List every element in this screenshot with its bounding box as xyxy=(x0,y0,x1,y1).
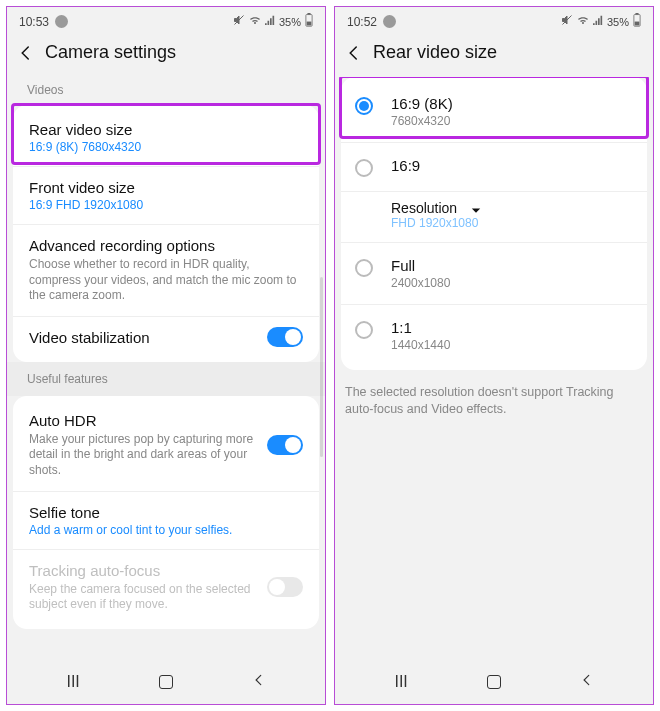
status-icons: 35% xyxy=(561,13,641,30)
nav-back-icon[interactable] xyxy=(252,673,266,691)
mute-icon xyxy=(233,14,245,29)
radio-icon[interactable] xyxy=(355,321,373,339)
row-title: Advanced recording options xyxy=(29,237,303,254)
option-1-1[interactable]: 1:1 1440x1440 xyxy=(341,305,647,366)
radio-icon[interactable] xyxy=(355,159,373,177)
status-battery-pct: 35% xyxy=(607,16,629,28)
svg-rect-2 xyxy=(307,22,312,26)
row-rear-video-size[interactable]: Rear video size 16:9 (8K) 7680x4320 xyxy=(13,109,319,167)
phone-right: 10:52 35% Rear video size xyxy=(334,6,654,705)
battery-icon xyxy=(633,13,641,30)
wifi-icon xyxy=(249,14,261,29)
wifi-icon xyxy=(577,14,589,29)
status-battery-pct: 35% xyxy=(279,16,301,28)
option-sub: 7680x4320 xyxy=(391,114,631,128)
option-16-9-8k[interactable]: 16:9 (8K) 7680x4320 xyxy=(341,81,647,143)
toggle-hdr[interactable] xyxy=(267,435,303,455)
status-dot-icon xyxy=(55,15,68,28)
row-title: Tracking auto-focus xyxy=(29,562,303,579)
toggle-tracking xyxy=(267,577,303,597)
section-useful: Useful features xyxy=(7,362,325,396)
row-desc: Keep the camera focused on the selected … xyxy=(29,582,303,613)
note-text: The selected resolution doesn't support … xyxy=(341,370,647,418)
nav-bar: III xyxy=(7,660,325,704)
status-dot-icon xyxy=(383,15,396,28)
card-options: 16:9 (8K) 7680x4320 16:9 Resolution xyxy=(341,77,647,370)
row-front-video-size[interactable]: Front video size 16:9 FHD 1920x1080 xyxy=(13,167,319,225)
svg-rect-5 xyxy=(635,22,640,26)
row-auto-hdr[interactable]: Auto HDR Make your pictures pop by captu… xyxy=(13,400,319,492)
option-title: 1:1 xyxy=(391,319,631,336)
chevron-down-icon xyxy=(471,203,481,213)
row-title: Front video size xyxy=(29,179,303,196)
row-video-stabilization[interactable]: Video stabilization xyxy=(13,317,319,358)
toggle-stabilization[interactable] xyxy=(267,327,303,347)
option-title: 16:9 (8K) xyxy=(391,95,631,112)
page-title: Rear video size xyxy=(373,42,497,63)
nav-recents-icon[interactable]: III xyxy=(66,673,79,691)
back-icon[interactable] xyxy=(17,44,35,62)
radio-icon[interactable] xyxy=(355,259,373,277)
page-title: Camera settings xyxy=(45,42,176,63)
row-desc: Choose whether to record in HDR quality,… xyxy=(29,257,303,304)
row-title: Rear video size xyxy=(29,121,303,138)
svg-rect-4 xyxy=(635,13,638,15)
nav-home-icon[interactable] xyxy=(487,675,501,689)
option-title: Full xyxy=(391,257,631,274)
row-advanced-recording[interactable]: Advanced recording options Choose whethe… xyxy=(13,225,319,317)
nav-back-icon[interactable] xyxy=(580,673,594,691)
back-icon[interactable] xyxy=(345,44,363,62)
header: Rear video size xyxy=(335,32,653,77)
row-sub: 16:9 (8K) 7680x4320 xyxy=(29,140,303,154)
signal-icon xyxy=(265,14,275,29)
header: Camera settings xyxy=(7,32,325,77)
status-bar: 10:52 35% xyxy=(335,7,653,32)
battery-icon xyxy=(305,13,313,30)
mute-icon xyxy=(561,14,573,29)
row-title: Selfie tone xyxy=(29,504,303,521)
resolution-label: Resolution xyxy=(391,200,457,216)
option-16-9[interactable]: 16:9 xyxy=(341,143,647,192)
option-full[interactable]: Full 2400x1080 xyxy=(341,243,647,305)
svg-rect-1 xyxy=(307,13,310,15)
status-icons: 35% xyxy=(233,13,313,30)
signal-icon xyxy=(593,14,603,29)
phone-left: 10:53 35% Camera settings Videos xyxy=(6,6,326,705)
nav-home-icon[interactable] xyxy=(159,675,173,689)
resolution-dropdown[interactable]: Resolution FHD 1920x1080 xyxy=(341,192,647,243)
status-bar: 10:53 35% xyxy=(7,7,325,32)
status-time: 10:52 xyxy=(347,15,377,29)
status-time: 10:53 xyxy=(19,15,49,29)
nav-bar: III xyxy=(335,660,653,704)
resolution-value: FHD 1920x1080 xyxy=(391,216,491,230)
row-sub: 16:9 FHD 1920x1080 xyxy=(29,198,303,212)
row-title: Video stabilization xyxy=(29,329,303,346)
row-selfie-tone[interactable]: Selfie tone Add a warm or cool tint to y… xyxy=(13,492,319,550)
content-area: 16:9 (8K) 7680x4320 16:9 Resolution xyxy=(335,77,653,660)
option-sub: 2400x1080 xyxy=(391,276,631,290)
section-videos: Videos xyxy=(13,77,319,105)
row-desc: Make your pictures pop by capturing more… xyxy=(29,432,303,479)
card-useful: Auto HDR Make your pictures pop by captu… xyxy=(13,396,319,629)
scrollbar[interactable] xyxy=(320,277,323,457)
nav-recents-icon[interactable]: III xyxy=(394,673,407,691)
row-sub: Add a warm or cool tint to your selfies. xyxy=(29,523,303,537)
content-area: Videos Rear video size 16:9 (8K) 7680x43… xyxy=(7,77,325,660)
row-title: Auto HDR xyxy=(29,412,303,429)
row-tracking-af: Tracking auto-focus Keep the camera focu… xyxy=(13,550,319,625)
radio-icon[interactable] xyxy=(355,97,373,115)
option-title: 16:9 xyxy=(391,157,631,174)
option-sub: 1440x1440 xyxy=(391,338,631,352)
card-videos: Rear video size 16:9 (8K) 7680x4320 Fron… xyxy=(13,105,319,362)
